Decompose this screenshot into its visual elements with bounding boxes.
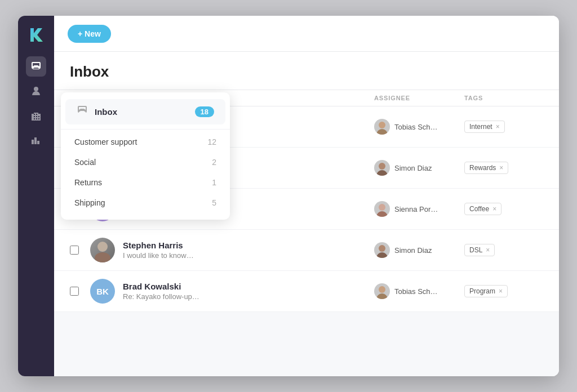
tag-close-coffee[interactable]: × bbox=[492, 206, 496, 212]
dropdown-inbox-icon bbox=[77, 105, 88, 119]
svg-marker-1 bbox=[30, 28, 43, 42]
tag-program: Program × bbox=[464, 285, 508, 297]
sidebar bbox=[18, 16, 54, 376]
conv-info-bk: Brad Kowalski Re: Kayako follow-up… bbox=[123, 282, 374, 301]
dropdown-item-label-shipping: Shipping bbox=[74, 198, 212, 207]
conv-assignee-tw: Tobias Sch… bbox=[374, 119, 464, 135]
table-row[interactable]: BK Brad Kowalski Re: Kayako follow-up… bbox=[54, 271, 559, 312]
assignee-name-bk: Tobias Sch… bbox=[394, 287, 438, 296]
sidebar-inbox-icon[interactable] bbox=[26, 56, 46, 77]
conv-tags-fk: Rewards × bbox=[464, 162, 543, 174]
conv-preview-sh: I would like to know… bbox=[123, 251, 374, 260]
conv-tags-dm: Coffee × bbox=[464, 203, 543, 215]
assignee-avatar-bk bbox=[374, 283, 390, 299]
dropdown-item-count-social: 2 bbox=[212, 158, 216, 167]
svg-point-13 bbox=[379, 245, 385, 252]
conv-name-bk: Brad Kowalski bbox=[123, 282, 374, 291]
assignee-avatar-dm bbox=[374, 201, 390, 217]
dropdown-item-shipping[interactable]: Shipping 5 bbox=[61, 193, 230, 213]
assignee-avatar-fk bbox=[374, 160, 390, 176]
svg-point-14 bbox=[376, 293, 388, 299]
conv-tags-sh: DSL × bbox=[464, 244, 543, 256]
dropdown-item-social[interactable]: Social 2 bbox=[61, 152, 230, 172]
tag-close-dsl[interactable]: × bbox=[486, 247, 490, 253]
svg-point-8 bbox=[376, 211, 388, 217]
conv-assignee-sh: Simon Diaz bbox=[374, 242, 464, 258]
dropdown-item-label-returns: Returns bbox=[74, 178, 212, 187]
inbox-title: Inbox bbox=[70, 63, 543, 81]
sidebar-contacts-icon[interactable] bbox=[26, 81, 46, 101]
assignee-avatar-sh bbox=[374, 242, 390, 258]
conv-assignee-bk: Tobias Sch… bbox=[374, 283, 464, 299]
checkbox-bk[interactable] bbox=[70, 287, 79, 296]
svg-point-6 bbox=[376, 170, 388, 176]
tag-coffee: Coffee × bbox=[464, 203, 501, 215]
conv-assignee-fk: Simon Diaz bbox=[374, 160, 464, 176]
col-tags-header: Tags bbox=[464, 95, 543, 101]
dropdown-item-count-shipping: 5 bbox=[212, 198, 216, 207]
main-content: + New Inbox Conversations Assignee Tags bbox=[54, 16, 559, 376]
conv-tags-bk: Program × bbox=[464, 285, 543, 297]
avatar-sh bbox=[90, 238, 115, 262]
conv-assignee-dm: Sienna Por… bbox=[374, 201, 464, 217]
app-window: + New Inbox Conversations Assignee Tags bbox=[18, 16, 559, 376]
dropdown-item-label-cs: Customer support bbox=[74, 137, 207, 146]
svg-point-12 bbox=[376, 252, 388, 258]
dropdown-item-count-returns: 1 bbox=[212, 178, 216, 187]
svg-point-11 bbox=[95, 252, 110, 262]
conv-name-sh: Stephen Harris bbox=[123, 240, 374, 250]
tag-close-internet[interactable]: × bbox=[496, 123, 500, 130]
dropdown-item-customer-support[interactable]: Customer support 12 bbox=[61, 132, 230, 152]
sidebar-reports-icon[interactable] bbox=[26, 131, 46, 151]
tag-internet: Internet × bbox=[464, 121, 505, 133]
conv-info-sh: Stephen Harris I would like to know… bbox=[123, 240, 374, 260]
conv-preview-bk: Re: Kayako follow-up… bbox=[123, 292, 374, 301]
avatar-bk: BK bbox=[90, 279, 115, 304]
svg-point-7 bbox=[379, 163, 385, 170]
dropdown-panel: Inbox 18 Customer support 12 Social 2 bbox=[61, 92, 230, 220]
svg-point-10 bbox=[97, 242, 108, 252]
dropdown-inbox-badge: 18 bbox=[195, 106, 214, 117]
dropdown-overlay: Inbox 18 Customer support 12 Social 2 bbox=[54, 88, 230, 220]
content-area: Inbox Conversations Assignee Tags bbox=[54, 52, 559, 376]
assignee-name-fk: Simon Diaz bbox=[394, 164, 432, 172]
topbar: + New bbox=[54, 16, 559, 52]
svg-point-5 bbox=[379, 122, 385, 128]
checkbox-sh[interactable] bbox=[70, 246, 79, 255]
tag-close-program[interactable]: × bbox=[499, 288, 503, 295]
assignee-name-tw: Tobias Sch… bbox=[394, 123, 438, 131]
dropdown-item-count-cs: 12 bbox=[207, 137, 216, 146]
col-assignee-header: Assignee bbox=[374, 95, 464, 101]
conv-tags-tw: Internet × bbox=[464, 121, 543, 133]
table-row[interactable]: Stephen Harris I would like to know… Sim… bbox=[54, 230, 559, 271]
dropdown-item-returns[interactable]: Returns 1 bbox=[61, 172, 230, 193]
svg-point-15 bbox=[379, 286, 385, 293]
svg-point-9 bbox=[379, 204, 385, 211]
assignee-avatar-tw bbox=[374, 119, 390, 135]
dropdown-item-label-social: Social bbox=[74, 158, 212, 167]
row-check-sh[interactable] bbox=[70, 246, 90, 255]
logo[interactable] bbox=[26, 25, 46, 45]
dropdown-inbox-item[interactable]: Inbox 18 bbox=[65, 99, 225, 124]
dropdown-inbox-label: Inbox bbox=[95, 107, 188, 117]
inbox-header: Inbox bbox=[54, 52, 559, 90]
assignee-name-sh: Simon Diaz bbox=[394, 246, 432, 255]
dropdown-divider bbox=[61, 129, 230, 130]
sidebar-organizations-icon[interactable] bbox=[26, 106, 46, 126]
tag-dsl: DSL × bbox=[464, 244, 495, 256]
row-check-bk[interactable] bbox=[70, 287, 90, 296]
assignee-name-dm: Sienna Por… bbox=[394, 205, 438, 213]
svg-point-4 bbox=[376, 129, 388, 135]
tag-rewards: Rewards × bbox=[464, 162, 508, 174]
tag-close-rewards[interactable]: × bbox=[499, 164, 503, 171]
new-button[interactable]: + New bbox=[68, 25, 111, 43]
